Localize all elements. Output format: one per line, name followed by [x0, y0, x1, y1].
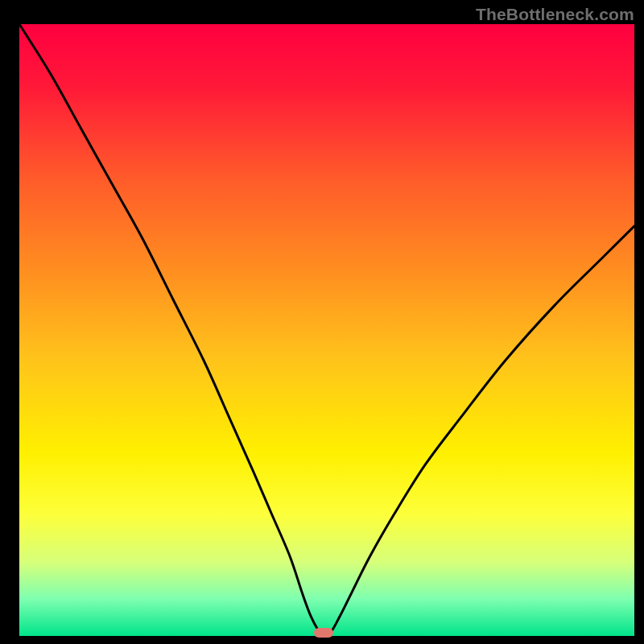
stage: TheBottleneck.com	[0, 0, 644, 644]
bottleneck-curve	[19, 24, 634, 636]
watermark-text: TheBottleneck.com	[476, 5, 634, 24]
plot-area	[19, 24, 634, 636]
optimum-marker	[314, 628, 333, 638]
